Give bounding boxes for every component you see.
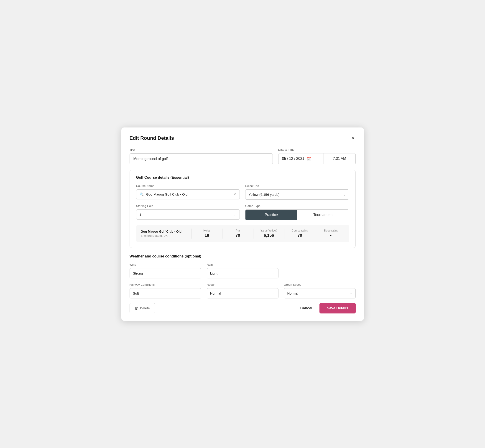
wind-label: Wind: [129, 263, 201, 266]
green-speed-group: Green Speed Normal ⌄: [284, 283, 356, 298]
datetime-wrap: 05 / 12 / 2021 📅 7:31 AM: [278, 153, 356, 164]
modal-title: Edit Round Details: [129, 135, 174, 141]
chevron-down-icon: ⌄: [272, 291, 275, 295]
select-tee-value: Yellow (6,156 yards): [249, 192, 279, 196]
footer-right: Cancel Save Details: [299, 303, 356, 313]
rain-group: Rain Light ⌄: [207, 263, 278, 278]
wind-dropdown[interactable]: Strong ⌄: [129, 268, 201, 278]
wind-rain-row: Wind Strong ⌄ Rain Light ⌄: [129, 263, 356, 278]
fairway-group: Fairway Conditions Soft ⌄: [129, 283, 201, 298]
course-rating-stat: Course rating 70: [286, 229, 313, 238]
course-info-location: Shelford Bottom, UK: [141, 234, 189, 237]
weather-section: Weather and course conditions (optional)…: [129, 254, 356, 298]
delete-button[interactable]: 🗑 Delete: [129, 303, 155, 313]
tournament-button[interactable]: Tournament: [297, 210, 349, 220]
close-button[interactable]: ×: [351, 135, 356, 142]
title-label: Title: [129, 148, 273, 152]
divider: [222, 229, 222, 239]
course-name-input[interactable]: [146, 192, 231, 196]
golf-course-section-title: Golf Course details (Essential): [136, 176, 349, 180]
starting-hole-label: Starting Hole: [136, 204, 240, 208]
fairway-dropdown[interactable]: Soft ⌄: [129, 288, 201, 298]
search-icon: 🔍: [140, 192, 144, 196]
datetime-field-group: Date & Time 05 / 12 / 2021 📅 7:31 AM: [278, 148, 356, 164]
hole-gametype-row: Starting Hole 1 ⌄ Game Type Practice Tou…: [136, 204, 349, 220]
trash-icon: 🗑: [135, 306, 138, 310]
green-speed-value: Normal: [287, 291, 298, 295]
rain-label: Rain: [207, 263, 278, 266]
divider: [253, 229, 253, 239]
modal-header: Edit Round Details ×: [129, 135, 356, 142]
wind-group: Wind Strong ⌄: [129, 263, 201, 278]
rough-value: Normal: [210, 291, 221, 295]
yards-value: 6,156: [264, 233, 274, 238]
save-button[interactable]: Save Details: [319, 303, 356, 313]
title-field-group: Title: [129, 148, 273, 164]
footer-row: 🗑 Delete Cancel Save Details: [129, 303, 356, 313]
chevron-down-icon: ⌄: [272, 271, 275, 275]
holes-value: 18: [204, 233, 209, 238]
golf-course-section: Golf Course details (Essential) Course N…: [129, 170, 356, 248]
rain-dropdown[interactable]: Light ⌄: [207, 268, 278, 278]
starting-hole-value: 1: [140, 213, 141, 216]
delete-label: Delete: [140, 306, 150, 310]
rough-group: Rough Normal ⌄: [207, 283, 278, 298]
holes-label: Holes: [203, 229, 210, 232]
course-rating-label: Course rating: [292, 229, 308, 232]
slope-rating-label: Slope rating: [323, 229, 338, 232]
divider: [284, 229, 284, 239]
chevron-down-icon: ⌄: [349, 291, 352, 295]
rough-dropdown[interactable]: Normal ⌄: [207, 288, 278, 298]
wind-value: Strong: [133, 271, 143, 275]
chevron-down-icon: ⌄: [343, 192, 346, 196]
edit-round-modal: Edit Round Details × Title Date & Time 0…: [121, 128, 364, 321]
fairway-label: Fairway Conditions: [129, 283, 201, 286]
date-field[interactable]: 05 / 12 / 2021 📅: [278, 153, 324, 164]
time-field[interactable]: 7:31 AM: [324, 153, 356, 164]
calendar-icon[interactable]: 📅: [307, 157, 312, 161]
par-label: Par: [236, 229, 240, 232]
divider: [191, 229, 192, 239]
select-tee-group: Select Tee Yellow (6,156 yards) ⌄: [245, 184, 349, 200]
par-stat: Par 70: [224, 229, 251, 238]
course-tee-row: Course Name 🔍 ✕ Select Tee Yellow (6,156…: [136, 184, 349, 200]
green-speed-dropdown[interactable]: Normal ⌄: [284, 288, 356, 298]
weather-section-title: Weather and course conditions (optional): [129, 254, 356, 258]
select-tee-dropdown[interactable]: Yellow (6,156 yards) ⌄: [245, 189, 349, 200]
fairway-rough-green-row: Fairway Conditions Soft ⌄ Rough Normal ⌄…: [129, 283, 356, 298]
course-info-box: Gog Magog Golf Club - Old, Shelford Bott…: [136, 225, 349, 242]
datetime-label: Date & Time: [278, 148, 356, 151]
starting-hole-group: Starting Hole 1 ⌄: [136, 204, 240, 220]
game-type-label: Game Type: [245, 204, 349, 208]
course-name-group: Course Name 🔍 ✕: [136, 184, 240, 200]
time-value: 7:31 AM: [333, 157, 346, 161]
fairway-value: Soft: [133, 291, 139, 295]
par-value: 70: [236, 233, 240, 238]
rough-label: Rough: [207, 283, 278, 286]
starting-hole-dropdown[interactable]: 1 ⌄: [136, 209, 240, 220]
slope-rating-stat: Slope rating -: [317, 229, 344, 238]
course-info-name-group: Gog Magog Golf Club - Old, Shelford Bott…: [141, 230, 189, 237]
holes-stat: Holes 18: [193, 229, 220, 238]
chevron-down-icon: ⌄: [195, 271, 198, 275]
chevron-down-icon: ⌄: [234, 213, 236, 216]
clear-icon[interactable]: ✕: [233, 192, 236, 196]
rain-value: Light: [210, 271, 218, 275]
yards-stat: Yards(Yellow) 6,156: [255, 229, 282, 238]
title-datetime-row: Title Date & Time 05 / 12 / 2021 📅 7:31 …: [129, 148, 356, 164]
cancel-button[interactable]: Cancel: [299, 303, 314, 313]
green-speed-label: Green Speed: [284, 283, 356, 286]
title-input[interactable]: [129, 153, 273, 164]
yards-label: Yards(Yellow): [260, 229, 277, 232]
course-name-search[interactable]: 🔍 ✕: [136, 189, 240, 200]
course-info-name-main: Gog Magog Golf Club - Old,: [141, 230, 189, 233]
practice-button[interactable]: Practice: [245, 210, 297, 220]
course-rating-value: 70: [298, 233, 302, 238]
game-type-group: Game Type Practice Tournament: [245, 204, 349, 220]
date-value: 05 / 12 / 2021: [282, 157, 304, 161]
select-tee-label: Select Tee: [245, 184, 349, 188]
course-name-label: Course Name: [136, 184, 240, 188]
game-type-toggle: Practice Tournament: [245, 209, 349, 220]
chevron-down-icon: ⌄: [195, 291, 198, 295]
slope-rating-value: -: [330, 233, 331, 238]
